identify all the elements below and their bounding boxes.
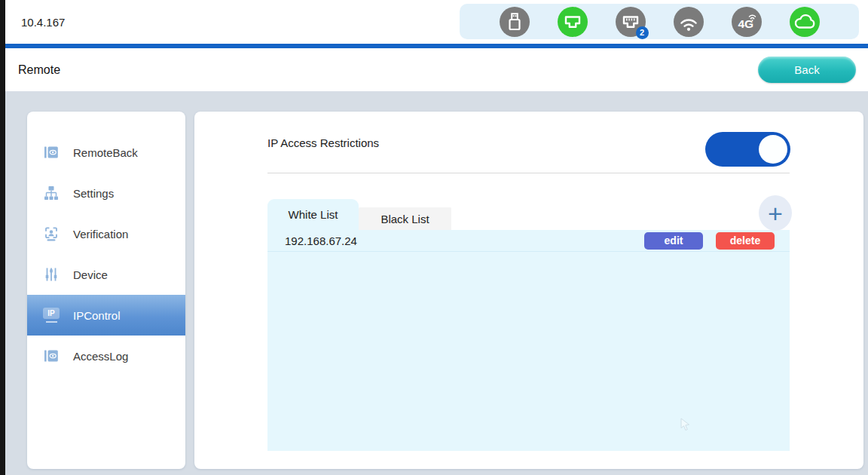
section-divider [267,173,790,173]
wifi-icon[interactable] [674,7,704,37]
sidebar-item-label: Settings [73,187,114,200]
cellular-4g-icon[interactable]: 4G [732,7,762,37]
delete-ip-button[interactable]: delete [716,232,775,250]
page-header: Remote Back [0,48,868,91]
list-tabs: White List Black List [267,199,451,230]
page-title: Remote [18,63,60,77]
top-status-bar: 10.4.167 2 [0,0,868,44]
network-settings-icon [42,184,60,202]
remoteback-icon [42,143,60,161]
tab-black-list[interactable]: Black List [359,207,451,230]
white-list-entries: 192.168.67.24 edit delete [267,230,790,451]
sidebar-item-accesslog[interactable]: AccessLog [27,336,185,376]
ip-icon-label: IP [43,308,60,319]
ethernet-client-count-badge: 2 [636,26,649,39]
sidebar-item-label: AccessLog [73,350,128,363]
ethernet-clients-icon[interactable]: 2 [616,7,646,37]
sidebar-item-device[interactable]: Device [27,254,185,295]
sidebar-item-label: Device [73,268,108,281]
sidebar-item-label: IPControl [73,309,121,322]
ip-restrictions-toggle[interactable] [705,132,790,167]
ip-entry-row[interactable]: 192.168.67.24 edit delete [267,230,790,252]
tab-white-list[interactable]: White List [267,199,359,230]
sidebar-item-verification[interactable]: Verification [27,213,185,254]
device-ip-address: 10.4.167 [21,16,65,29]
cellular-4g-label: 4G [738,17,753,30]
cloud-icon[interactable] [790,7,820,37]
access-log-icon [42,347,60,365]
settings-sidebar: RemoteBack Settings Verification [27,112,185,469]
ip-entry-address: 192.168.67.24 [285,234,644,247]
add-ip-button[interactable]: + [759,195,792,231]
ip-control-icon: IP [42,306,60,324]
screen-left-bezel [0,0,5,475]
usb-icon[interactable] [500,7,530,37]
sidebar-item-remoteback[interactable]: RemoteBack [27,132,185,173]
sidebar-item-label: Verification [73,228,128,241]
back-button[interactable]: Back [758,57,856,83]
sidebar-item-ipcontrol[interactable]: IP IPControl [27,295,185,336]
sidebar-item-settings[interactable]: Settings [27,173,185,213]
device-sliders-icon [42,265,60,283]
sidebar-item-label: RemoteBack [73,146,138,159]
ethernet-icon[interactable] [558,7,588,37]
face-verification-icon [42,225,60,243]
status-icon-tray: 2 4G [460,4,859,39]
toggle-knob [759,135,787,164]
ip-access-restrictions-label: IP Access Restrictions [267,136,379,149]
ipcontrol-panel: IP Access Restrictions + White List Blac… [194,112,863,469]
edit-ip-button[interactable]: edit [644,232,703,250]
